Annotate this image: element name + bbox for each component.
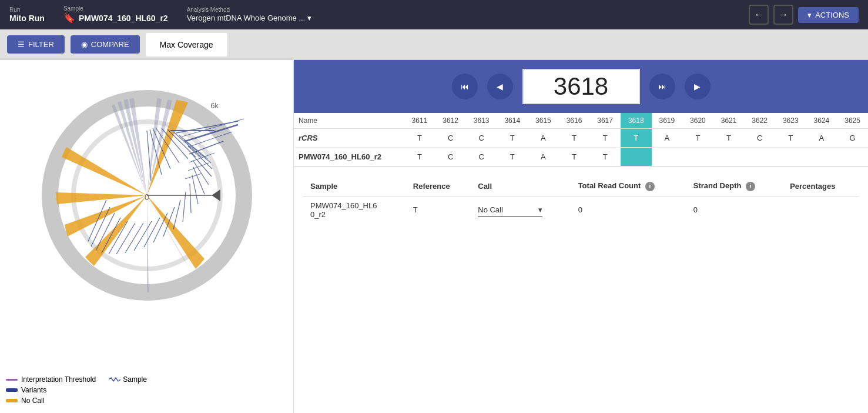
sample-3625 <box>837 148 868 166</box>
position-value: 3618 <box>554 72 608 101</box>
details-section: Sample Reference Call Total Read Count i… <box>294 167 868 233</box>
analysis-dropdown[interactable]: Verogen mtDNA Whole Genome ... ▾ <box>187 14 312 23</box>
col-3619-header: 3619 <box>652 113 683 129</box>
right-panel: ⏮ ◀ 3618 ⏭ ▶ Name 3611 361 <box>294 60 868 413</box>
chevron-down-icon: ▾ <box>307 14 311 23</box>
col-3622-header: 3622 <box>744 113 775 129</box>
sample-3619 <box>652 148 683 166</box>
sample-3614: T <box>497 148 528 166</box>
details-row-1: PMW074_160_HL60_r2 T No Call ▾ 0 0 <box>303 196 859 224</box>
chevron-down-icon-small: ▾ <box>807 11 812 19</box>
rcrs-3623: T <box>775 129 806 148</box>
nav-prev-button[interactable]: ◀ <box>487 74 513 99</box>
rcrs-3620: T <box>682 129 713 148</box>
sample-label: Sample <box>63 5 168 12</box>
skip-back-icon: ⏮ <box>461 82 469 91</box>
rcrs-3621: T <box>713 129 745 148</box>
call-value: No Call <box>478 205 503 214</box>
skip-forward-icon: ▶ <box>694 82 701 91</box>
col-3625-header: 3625 <box>837 113 868 129</box>
col-name-header: Name <box>294 113 404 129</box>
nav-back-button[interactable]: ← <box>749 5 769 25</box>
legend-nocall-color <box>6 399 18 402</box>
strand-depth-info-icon[interactable]: i <box>746 182 755 191</box>
sample-info: Sample 🔖 PMW074_160_HL60_r2 <box>63 5 168 24</box>
filter-icon: ☰ <box>18 40 25 49</box>
rcrs-3612: C <box>435 129 466 148</box>
details-table: Sample Reference Call Total Read Count i… <box>303 176 859 224</box>
details-col-sample: Sample <box>303 176 406 196</box>
compare-button[interactable]: ◉ COMPARE <box>71 35 140 54</box>
rcrs-3615: A <box>528 129 559 148</box>
main-content: 6k 0 <box>0 60 868 413</box>
sample-3613: C <box>466 148 497 166</box>
legend-interpretation: Interpretation Threshold Sample <box>6 375 147 384</box>
nav-next-button[interactable]: ⏭ <box>649 74 675 99</box>
play-forward-icon: ⏭ <box>658 82 666 91</box>
sample-name: PMW074_160_HL60_r2 <box>294 148 404 166</box>
col-3611-header: 3611 <box>404 113 435 129</box>
filter-label: FILTER <box>28 40 54 49</box>
details-strand-depth: 0 <box>686 196 783 224</box>
details-col-call: Call <box>471 176 571 196</box>
nav-forward-button[interactable]: → <box>773 5 793 25</box>
total-read-count-info-icon[interactable]: i <box>645 182 655 191</box>
sample-3620 <box>682 148 713 166</box>
rcrs-3622: C <box>744 129 775 148</box>
left-panel: 6k 0 <box>0 60 294 413</box>
sample-3617: T <box>589 148 621 166</box>
nav-prev-first-button[interactable]: ⏮ <box>452 74 478 99</box>
details-total-read-count: 0 <box>571 196 686 224</box>
nav-next-last-button[interactable]: ▶ <box>685 74 711 99</box>
col-3620-header: 3620 <box>682 113 713 129</box>
toolbar: ☰ FILTER ◉ COMPARE Max Coverage <box>0 29 868 60</box>
compare-icon: ◉ <box>81 40 88 49</box>
details-sample-name: PMW074_160_HL60_r2 <box>303 196 406 224</box>
col-3613-header: 3613 <box>466 113 497 129</box>
analysis-info: Analysis Method Verogen mtDNA Whole Geno… <box>187 6 312 23</box>
analysis-label: Analysis Method <box>187 6 312 14</box>
legend-variants: Variants <box>6 386 147 394</box>
rcrs-3625: G <box>837 129 868 148</box>
sample-3615: A <box>528 148 559 166</box>
circular-chart-svg: 6k 0 <box>38 72 256 313</box>
rcrs-3613: C <box>466 129 497 148</box>
actions-label: ACTIONS <box>815 11 849 19</box>
table-row-rcrs: rCRS T C C T A T T T A T T C T A <box>294 129 868 148</box>
run-label: Run <box>9 6 45 14</box>
header-bar: Run Mito Run Sample 🔖 PMW074_160_HL60_r2… <box>0 0 868 29</box>
legend-interpretation-label: Interpretation Threshold <box>21 375 96 384</box>
details-percentages <box>783 196 859 224</box>
legend-variants-color <box>6 388 18 392</box>
legend-sample-label: Sample <box>123 375 147 384</box>
rcrs-3616: T <box>559 129 590 148</box>
nav-row: ⏮ ◀ 3618 ⏭ ▶ <box>294 60 868 113</box>
col-3614-header: 3614 <box>497 113 528 129</box>
play-back-icon: ◀ <box>497 82 503 91</box>
sample-wave-icon <box>109 377 120 382</box>
filter-button[interactable]: ☰ FILTER <box>7 35 65 54</box>
genome-table-container: Name 3611 3612 3613 3614 3615 3616 3617 … <box>294 113 868 167</box>
sample-value: PMW074_160_HL60_r2 <box>79 14 168 24</box>
col-3621-header: 3621 <box>713 113 745 129</box>
call-dropdown[interactable]: No Call ▾ <box>478 203 542 217</box>
col-3623-header: 3623 <box>775 113 806 129</box>
actions-button[interactable]: ▾ ACTIONS <box>798 7 859 23</box>
sample-3612: C <box>435 148 466 166</box>
col-3612-header: 3612 <box>435 113 466 129</box>
col-3617-header: 3617 <box>589 113 621 129</box>
chevron-down-icon-call: ▾ <box>538 205 542 214</box>
rcrs-3611: T <box>404 129 435 148</box>
details-col-reference: Reference <box>406 176 471 196</box>
header-actions: ← → ▾ ACTIONS <box>749 5 859 25</box>
details-col-strand-depth: Strand Depth i <box>686 176 783 196</box>
table-row-sample: PMW074_160_HL60_r2 T C C T A T T <box>294 148 868 166</box>
run-value: Mito Run <box>9 14 45 24</box>
genome-table: Name 3611 3612 3613 3614 3615 3616 3617 … <box>294 113 868 166</box>
position-display: 3618 <box>522 69 640 104</box>
legend-variants-label: Variants <box>21 386 46 394</box>
svg-marker-42 <box>212 189 220 201</box>
details-col-total-read-count: Total Read Count i <box>571 176 686 196</box>
legend-sample-item: Sample <box>109 375 147 384</box>
max-coverage-tab[interactable]: Max Coverage <box>146 33 227 56</box>
